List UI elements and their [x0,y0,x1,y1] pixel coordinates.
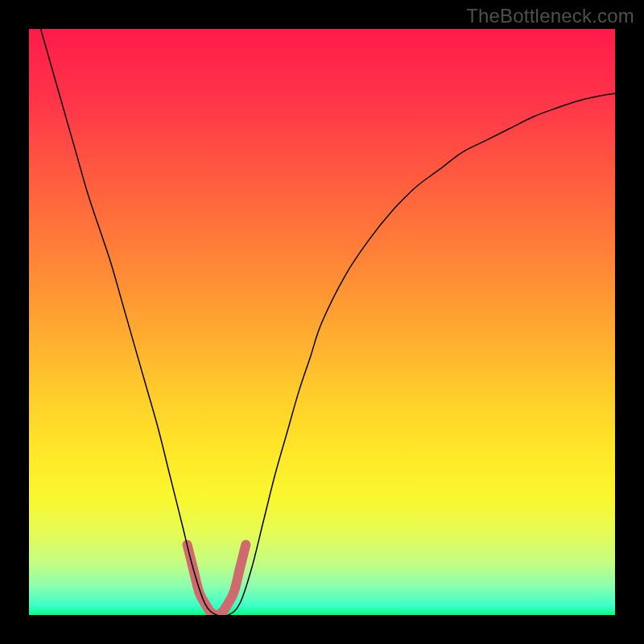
chart-svg [29,29,615,615]
plot-area [29,29,615,615]
chart-frame: TheBottleneck.com [0,0,644,644]
watermark-text: TheBottleneck.com [466,5,634,27]
